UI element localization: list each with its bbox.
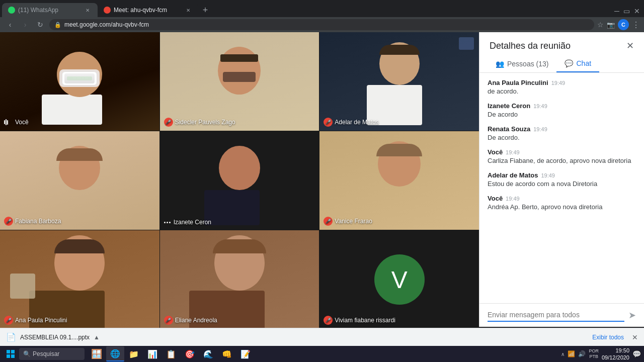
taskbar-app-windows[interactable]: 🪟: [88, 346, 106, 361]
sidebar-close-button[interactable]: ✕: [626, 40, 634, 51]
lock-icon: 🔒: [54, 22, 61, 28]
url-input[interactable]: 🔒 meet.google.com/ahu-qvbv-fcm: [49, 19, 594, 30]
address-bar: ‹ › ↻ 🔒 meet.google.com/ahu-qvbv-fcm ☆ 📷…: [0, 17, 644, 32]
camera-icon[interactable]: 📷: [607, 21, 615, 29]
taskbar-app-5[interactable]: 🎯: [181, 346, 199, 361]
tab-meet-label: Meet: ahu-qvbv-fcm: [114, 7, 167, 14]
video-label-voce: Você: [4, 118, 29, 127]
video-cell-anapaula: 🎤 Ana Paula Pinculini: [0, 230, 159, 329]
dots-icon-izanete: [164, 222, 171, 223]
video-cell-sidecler: 🎤 Sidecler Pauvels Zago: [160, 32, 319, 131]
video-label-fabiana: 🎤 Fabiana Barboza: [4, 217, 61, 226]
user-avatar[interactable]: C: [618, 19, 629, 30]
chat-message-6: Você 19:49 Andréa Ap. Berto, aprovo nova…: [488, 195, 636, 211]
msg-sender-5: Adelar de Matos: [488, 171, 538, 179]
video-label-izanete: Izanete Ceron: [164, 219, 211, 226]
msg-sender-3: Renata Souza: [488, 125, 530, 133]
taskbar-app-powerpoint[interactable]: 📋: [162, 346, 180, 361]
chat-message-4: Você 19:49 Carliza Fiabane, de acordo, a…: [488, 148, 636, 164]
msg-time-4: 19:49: [506, 149, 520, 155]
svg-rect-0: [7, 350, 10, 353]
taskbar-app-explorer[interactable]: 📁: [125, 346, 143, 361]
chat-icon: 💬: [565, 59, 573, 67]
show-all-button[interactable]: Exibir todos: [592, 334, 624, 341]
chat-message-1: Ana Paula Pinculini 19:49 de acordo.: [488, 79, 636, 95]
tab-chat[interactable]: 💬 Chat: [556, 55, 599, 72]
bookmark-icon[interactable]: ☆: [597, 21, 604, 29]
tab-meet[interactable]: Meet: ahu-qvbv-fcm ✕: [98, 3, 198, 17]
mic-off-icon-anapaula: 🎤: [4, 316, 13, 325]
taskbar-search-icon: 🔍: [23, 350, 31, 357]
menu-button[interactable]: ⋮: [632, 20, 640, 30]
tab-whatsapp[interactable]: (11) WhatsApp ✕: [2, 3, 98, 17]
tab-whatsapp-label: (11) WhatsApp: [18, 7, 58, 14]
send-button[interactable]: ➤: [628, 310, 636, 321]
mic-off-icon-eliane: 🎤: [164, 316, 173, 325]
video-cell-viviam: V 🎤 Viviam fiabane rissardi: [319, 230, 479, 329]
svg-rect-2: [7, 354, 10, 358]
svg-rect-1: [11, 350, 15, 353]
video-cell-adelar: 🎤 Adelar de Matos: [319, 32, 479, 131]
taskbar-app-search[interactable]: 🌐: [106, 346, 124, 361]
video-grid: Você 🎤 Sidecler Pauvels Zago: [0, 32, 479, 327]
people-icon: 👥: [496, 60, 504, 68]
chat-message-2: Izanete Ceron 19:49 De acordo: [488, 102, 636, 118]
taskbar: 🔍 Pesquisar 🪟 🌐 📁 📊 📋 🎯 🌊 👊 📝 ∧ 📶 🔊 POR …: [0, 346, 644, 362]
main-content: Você 🎤 Sidecler Pauvels Zago: [0, 32, 644, 327]
taskbar-search-box[interactable]: 🔍 Pesquisar: [19, 348, 85, 360]
msg-sender-6: Você: [488, 195, 503, 202]
svg-rect-3: [11, 354, 15, 358]
taskbar-clock: 19:50 09/12/2020: [602, 347, 629, 361]
chat-tab-label: Chat: [576, 59, 591, 67]
new-tab-button[interactable]: +: [198, 3, 212, 17]
msg-sender-2: Izanete Ceron: [488, 102, 530, 110]
download-bar-close[interactable]: ✕: [632, 333, 638, 341]
video-cell-vanice: 🎤 Vanice Frarao: [319, 131, 479, 230]
back-button[interactable]: ‹: [4, 21, 16, 29]
mic-off-icon-sidecler: 🎤: [164, 118, 173, 127]
download-chevron[interactable]: ▲: [94, 334, 100, 341]
msg-time-6: 19:49: [506, 196, 520, 202]
taskbar-app-7[interactable]: 👊: [218, 346, 236, 361]
sidebar-title: Detalhes da reunião: [490, 41, 571, 51]
download-file-icon: 📄: [6, 332, 16, 342]
tab-people[interactable]: 👥 Pessoas (13): [488, 55, 556, 72]
tab-meet-close[interactable]: ✕: [184, 6, 192, 14]
notification-button[interactable]: 💬: [632, 350, 641, 358]
msg-time-3: 19:49: [533, 126, 547, 132]
msg-text-1: de acordo.: [488, 87, 636, 95]
chat-message-3: Renata Souza 19:49 De acordo.: [488, 125, 636, 141]
close-window-button[interactable]: ✕: [634, 7, 640, 15]
browser-chrome: (11) WhatsApp ✕ Meet: ahu-qvbv-fcm ✕ + ─…: [0, 0, 644, 362]
maximize-button[interactable]: ▭: [623, 7, 630, 15]
taskbar-app-edge[interactable]: 🌊: [199, 346, 217, 361]
forward-button[interactable]: ›: [19, 21, 31, 29]
msg-text-6: Andréa Ap. Berto, aprovo nova diretoria: [488, 203, 636, 211]
video-cell-izanete: Izanete Ceron: [160, 131, 319, 230]
mic-off-icon-adelar: 🎤: [324, 118, 333, 127]
video-label-viviam: 🎤 Viviam fiabane rissardi: [324, 316, 395, 325]
download-filename: ASSEMBLEIA 09.1....pptx: [20, 334, 90, 341]
system-tray: ∧ 📶 🔊 POR PTB 19:50 09/12/2020 💬: [561, 347, 641, 361]
taskbar-time-display: 19:50: [602, 347, 629, 354]
chat-input[interactable]: [488, 309, 624, 322]
url-text: meet.google.com/ahu-qvbv-fcm: [64, 21, 149, 28]
refresh-button[interactable]: ↻: [34, 21, 46, 29]
msg-time-2: 19:49: [533, 103, 547, 109]
mic-off-icon-viviam: 🎤: [324, 316, 333, 325]
meet-favicon: [104, 7, 111, 14]
start-button[interactable]: [3, 346, 18, 361]
tab-whatsapp-close[interactable]: ✕: [84, 6, 92, 14]
taskbar-language: POR PTB: [589, 348, 599, 359]
video-label-eliane: 🎤 Eliane Andreola: [164, 316, 217, 325]
tray-expand[interactable]: ∧: [561, 351, 565, 357]
msg-sender-1: Ana Paula Pinculini: [488, 79, 548, 86]
volume-icon: 🔊: [578, 350, 586, 357]
msg-text-4: Carliza Fiabane, de acordo, aprovo nova …: [488, 157, 636, 164]
taskbar-app-word[interactable]: 📝: [236, 346, 255, 361]
minimize-button[interactable]: ─: [614, 7, 619, 15]
taskbar-apps: 🪟 🌐 📁 📊 📋 🎯 🌊 👊 📝: [88, 346, 255, 361]
taskbar-app-excel[interactable]: 📊: [143, 346, 162, 361]
sidebar: Detalhes da reunião ✕ 👥 Pessoas (13) 💬 C…: [479, 32, 644, 327]
window-controls: ─ ▭ ✕: [614, 7, 642, 17]
